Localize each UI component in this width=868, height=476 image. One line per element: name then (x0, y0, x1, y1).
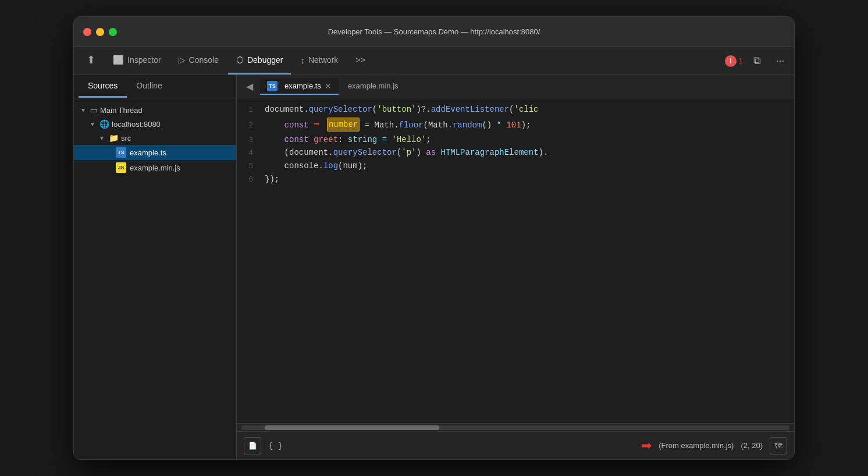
sidebar: Sources Outline ▼ ▭ Main Thread ▼ 🌐 loca… (74, 75, 237, 459)
editor-tab-example-min-js[interactable]: example.min.js (341, 79, 405, 94)
more-tabs-button[interactable]: >> (347, 47, 373, 74)
line-number-6: 6 (237, 174, 260, 186)
tree-src-folder[interactable]: ▼ 📁 src (74, 131, 236, 145)
inspector-tab-icon: ⬜ (113, 55, 124, 65)
debugger-tab-label: Debugger (247, 55, 283, 65)
responsive-design-button[interactable]: ⧉ (748, 52, 766, 70)
example-ts-label: example.ts (130, 148, 166, 157)
editor-area: ◀ TS example.ts ✕ example.min.js 1 doc (237, 75, 794, 459)
code-line-6: 6 }); (237, 173, 794, 186)
code-line-2: 2 const ➡number = Math.floor(Math.random… (237, 116, 794, 133)
error-badge[interactable]: ! 1 (725, 55, 743, 67)
more-options-button[interactable]: ··· (771, 52, 789, 70)
code-line-4: 4 (document.querySelector('p') as HTMLPa… (237, 146, 794, 159)
debugger-tab-icon: ⬡ (236, 55, 244, 65)
line-number-2: 2 (237, 120, 260, 132)
tree-item-example-min-js[interactable]: ▶ JS example.min.js (74, 160, 236, 175)
red-arrow-line2: ➡ (314, 116, 320, 133)
tab-outline[interactable]: Outline (127, 75, 171, 98)
tab-cursor[interactable]: ⬆ (79, 47, 104, 74)
tab-debugger[interactable]: ⬡ Debugger (228, 47, 291, 74)
collapse-icon: ◀ (246, 81, 253, 92)
traffic-lights (83, 28, 117, 36)
thread-icon: ▭ (90, 105, 98, 115)
line-content-3: const greet: string = 'Hello'; (260, 133, 794, 146)
source-map-icon: 🗺 (774, 441, 782, 450)
code-line-5: 5 console.log(num); (237, 159, 794, 173)
titlebar: Developer Tools — Sourcemaps Demo — http… (74, 17, 794, 47)
tab-network[interactable]: ↕ Network (292, 47, 346, 74)
toolbar-right: ! 1 ⧉ ··· (725, 47, 789, 74)
tab-sources[interactable]: Sources (79, 75, 127, 98)
scrollbar-track (241, 425, 789, 430)
minimize-button[interactable] (96, 28, 104, 36)
console-tab-label: Console (189, 55, 219, 65)
code-editor: 1 document.querySelector('button')?.addE… (237, 98, 794, 431)
main-content: Sources Outline ▼ ▭ Main Thread ▼ 🌐 loca… (74, 75, 794, 459)
editor-tab-min-js-label: example.min.js (348, 81, 399, 90)
line-number-1: 1 (237, 104, 260, 116)
code-line-1: 1 document.querySelector('button')?.addE… (237, 103, 794, 116)
error-count: 1 (739, 56, 743, 65)
highlighted-number-word: number (327, 118, 360, 132)
fullscreen-button[interactable] (109, 28, 117, 36)
editor-tab-example-ts[interactable]: TS example.ts ✕ (260, 79, 339, 95)
pretty-print-button[interactable]: 📄 (244, 437, 261, 454)
close-button[interactable] (83, 28, 91, 36)
main-thread-arrow: ▼ (79, 105, 88, 115)
toolbar: ⬆ ⬜ Inspector ▷ Console ⬡ Debugger ↕ Net… (74, 47, 794, 75)
tab-console[interactable]: ▷ Console (170, 47, 227, 74)
pretty-print-icon: 📄 (248, 442, 257, 450)
scrollbar-thumb (265, 425, 439, 430)
editor-tab-ts-label: example.ts (284, 81, 321, 90)
line-number-3: 3 (237, 134, 260, 147)
network-tab-label: Network (308, 55, 338, 65)
file-tree: ▼ ▭ Main Thread ▼ 🌐 localhost:8080 ▼ 📁 s… (74, 98, 236, 459)
source-map-button[interactable]: 🗺 (770, 437, 787, 454)
editor-tabs: ◀ TS example.ts ✕ example.min.js (237, 75, 794, 98)
code-scroll-area[interactable]: 1 document.querySelector('button')?.addE… (237, 98, 794, 423)
close-tab-button[interactable]: ✕ (325, 82, 332, 90)
localhost-arrow: ▼ (88, 119, 97, 129)
line-content-2: const ➡number = Math.floor(Math.random()… (260, 116, 794, 133)
src-arrow: ▼ (97, 133, 106, 143)
responsive-icon: ⧉ (753, 55, 761, 67)
horizontal-scrollbar[interactable] (237, 423, 794, 431)
line-content-1: document.querySelector('button')?.addEve… (260, 103, 794, 116)
line-number-5: 5 (237, 161, 260, 173)
globe-icon: 🌐 (99, 119, 109, 129)
tree-item-example-ts[interactable]: ▶ TS example.ts (74, 145, 236, 160)
js-badge: JS (116, 162, 126, 173)
error-icon: ! (725, 55, 737, 67)
network-tab-icon: ↕ (300, 55, 305, 65)
tab-inspector[interactable]: ⬜ Inspector (105, 47, 169, 74)
status-bar: 📄 { } ➡ (From example.min.js) (2, 20) 🗺 (237, 431, 794, 459)
sidebar-tabs: Sources Outline (74, 75, 236, 98)
source-map-origin-label: (From example.min.js) (659, 441, 734, 450)
line-content-5: console.log(num); (260, 159, 794, 172)
ts-badge: TS (116, 147, 126, 158)
more-tabs-icon: >> (355, 55, 365, 65)
ts-tab-badge: TS (267, 81, 278, 91)
tree-localhost[interactable]: ▼ 🌐 localhost:8080 (74, 117, 236, 131)
folder-icon: 📁 (109, 133, 119, 143)
format-braces-button[interactable]: { } (268, 441, 283, 450)
tree-main-thread[interactable]: ▼ ▭ Main Thread (74, 103, 236, 117)
cursor-position-label: (2, 20) (741, 441, 763, 450)
more-options-icon: ··· (775, 55, 784, 67)
line-content-4: (document.querySelector('p') as HTMLPara… (260, 146, 794, 159)
cursor-icon: ⬆ (87, 54, 95, 66)
inspector-tab-label: Inspector (127, 55, 161, 65)
example-min-js-label: example.min.js (130, 164, 180, 172)
line-content-6: }); (260, 173, 794, 186)
collapse-sidebar-button[interactable]: ◀ (241, 79, 258, 95)
devtools-window: Developer Tools — Sourcemaps Demo — http… (73, 16, 795, 460)
code-line-3: 3 const greet: string = 'Hello'; (237, 133, 794, 147)
src-label: src (121, 134, 131, 143)
line-number-4: 4 (237, 147, 260, 159)
main-thread-label: Main Thread (100, 106, 143, 115)
console-tab-icon: ▷ (179, 55, 186, 65)
window-title: Developer Tools — Sourcemaps Demo — http… (328, 27, 540, 36)
localhost-label: localhost:8080 (112, 120, 161, 129)
status-red-arrow-icon: ➡ (641, 438, 652, 453)
